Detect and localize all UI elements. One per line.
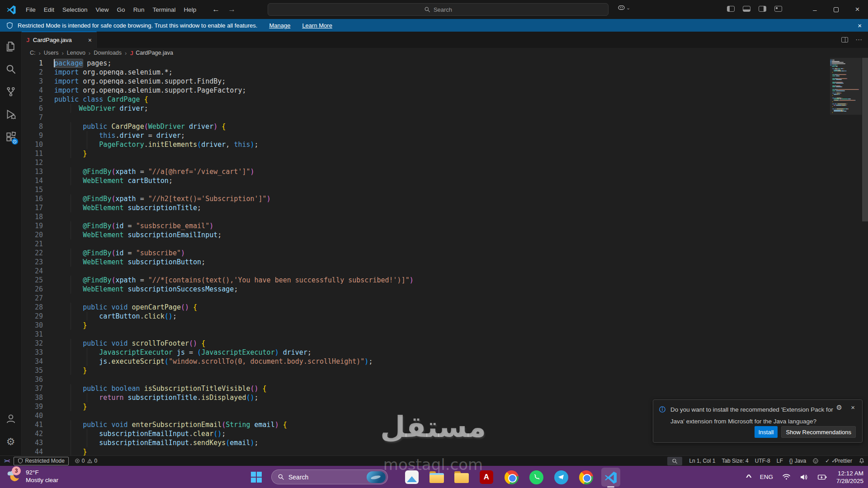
java-file-icon: J (26, 37, 30, 43)
battery-charging-icon[interactable] (817, 474, 827, 480)
indent-guide (71, 276, 71, 285)
minimap[interactable] (830, 58, 862, 193)
line-number: 7 (22, 113, 43, 122)
weather-widget[interactable]: 3 92°F Mostly clear (5, 468, 58, 485)
indent-guide (71, 303, 71, 312)
menu-help[interactable]: Help (179, 5, 200, 15)
close-button[interactable]: × (847, 0, 868, 19)
tab-bar: J CardPage.java × ⋯ (22, 32, 868, 48)
breadcrumb-item[interactable]: Downloads (94, 50, 122, 56)
chrome-icon[interactable] (502, 468, 521, 487)
banner-text: Restricted Mode is intended for safe cod… (18, 22, 257, 29)
tab-cardpage-java[interactable]: J CardPage.java × (22, 32, 97, 48)
tab-close-icon[interactable]: × (88, 37, 92, 44)
code-line: 6 WebDriver driver; (22, 104, 868, 113)
notification-close-icon[interactable]: × (851, 404, 855, 411)
command-center-search[interactable]: Search (268, 3, 609, 16)
tab-title: CardPage.java (33, 37, 72, 43)
volume-icon[interactable] (800, 474, 808, 481)
info-icon (659, 406, 666, 413)
line-number: 16 (22, 194, 43, 203)
file-explorer-icon[interactable] (427, 468, 446, 487)
menu-view[interactable]: View (92, 5, 113, 15)
menu-selection[interactable]: Selection (58, 5, 92, 15)
menu-go[interactable]: Go (113, 5, 129, 15)
code-editor[interactable]: 1package pages;2import org.openqa.seleni… (22, 58, 868, 455)
adobe-acrobat-icon[interactable]: A (477, 468, 496, 487)
search-placeholder: Search (434, 6, 452, 13)
whatsapp-icon[interactable] (527, 468, 546, 487)
back-arrow-icon[interactable]: ← (212, 5, 220, 14)
menu-run[interactable]: Run (129, 5, 149, 15)
wifi-icon[interactable] (782, 474, 791, 480)
language-mode-status[interactable]: {} Java (786, 456, 809, 466)
toggle-secondary-sidebar-icon[interactable] (759, 6, 766, 12)
remote-indicator-icon[interactable]: >< (0, 458, 14, 464)
copilot-icon[interactable]: ⌄ (618, 5, 630, 11)
breadcrumb-item[interactable]: C: (30, 50, 36, 56)
code-line: 33 JavascriptExecutor js = (JavascriptEx… (22, 348, 868, 357)
install-button[interactable]: Install (755, 426, 778, 438)
indent-guide (87, 438, 87, 447)
indent-guide (71, 339, 71, 348)
maximize-button[interactable] (826, 0, 847, 19)
explorer-icon[interactable] (0, 35, 22, 58)
show-recommendations-button[interactable]: Show Recommendations (781, 426, 856, 438)
split-editor-icon[interactable] (841, 37, 848, 42)
start-button[interactable] (248, 469, 265, 486)
extensions-icon[interactable] (0, 126, 22, 148)
tray-chevron-icon[interactable]: ^ (746, 473, 752, 481)
menu-edit[interactable]: Edit (40, 5, 58, 15)
line-number: 33 (22, 348, 43, 357)
more-actions-icon[interactable]: ⋯ (855, 36, 863, 44)
settings-gear-icon[interactable]: ⚙ (0, 430, 22, 453)
code-line: 7 (22, 113, 868, 122)
code-line: 29 cartButton.click(); (22, 312, 868, 321)
input-language[interactable]: ENG (760, 474, 773, 480)
prettier-status[interactable]: ✓✓ Prettier (822, 456, 855, 466)
telegram-icon[interactable] (552, 468, 571, 487)
encoding-status[interactable]: UTF-8 (752, 456, 774, 466)
line-number: 2 (22, 68, 43, 77)
toggle-sidebar-icon[interactable] (727, 6, 735, 12)
run-debug-icon[interactable] (0, 103, 22, 126)
photos-icon[interactable] (402, 468, 421, 487)
tab-size-status[interactable]: Tab Size: 4 (718, 456, 751, 466)
breadcrumb-item[interactable]: Users (44, 50, 59, 56)
banner-close-icon[interactable]: × (858, 22, 862, 29)
breadcrumb-item[interactable]: Lenovo (67, 50, 85, 56)
customize-layout-icon[interactable] (774, 6, 782, 12)
toggle-panel-icon[interactable] (743, 6, 750, 12)
line-number: 8 (22, 122, 43, 131)
menu-terminal[interactable]: Terminal (148, 5, 179, 15)
source-control-icon[interactable] (0, 80, 22, 103)
status-search-icon[interactable] (667, 457, 682, 465)
chrome-2-icon[interactable] (576, 468, 595, 487)
breadcrumb-item[interactable]: JCardPage.java (130, 50, 173, 56)
search-view-icon[interactable] (0, 58, 22, 80)
menu-file[interactable]: File (22, 5, 40, 15)
taskbar-search[interactable]: Search (271, 469, 388, 484)
editor-scrollbar[interactable] (862, 58, 868, 221)
learn-more-link[interactable]: Learn More (302, 22, 332, 29)
account-icon[interactable] (0, 408, 22, 430)
problems-status[interactable]: 0 0 (71, 456, 100, 466)
line-number: 13 (22, 167, 43, 176)
code-line: 44 } (22, 447, 868, 455)
notification-settings-icon[interactable]: ⚙ (836, 404, 842, 412)
clock[interactable]: 12:12 AM 7/28/2025 (836, 469, 863, 485)
indent-guide (71, 203, 71, 212)
indent-guide (71, 230, 71, 239)
notifications-bell-icon[interactable] (855, 456, 868, 466)
system-tray: ^ ENG 12:12 AM 7/28/2025 (747, 466, 863, 488)
forward-arrow-icon[interactable]: → (228, 5, 236, 14)
manage-link[interactable]: Manage (269, 22, 290, 29)
date: 7/28/2025 (836, 477, 863, 485)
feedback-smiley-icon[interactable] (809, 456, 822, 466)
vscode-icon[interactable] (601, 468, 620, 487)
folder-icon[interactable] (452, 468, 471, 487)
restricted-mode-status[interactable]: Restricted Mode (14, 457, 68, 465)
minimize-button[interactable]: – (804, 0, 826, 19)
cursor-position-status[interactable]: Ln 1, Col 1 (686, 456, 718, 466)
eol-status[interactable]: LF (774, 456, 786, 466)
